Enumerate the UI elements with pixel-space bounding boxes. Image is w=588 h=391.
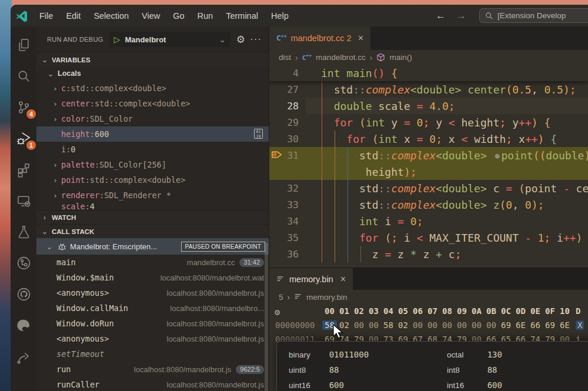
breadcrumb-symbol[interactable]: main()	[389, 53, 412, 62]
menu-go[interactable]: Go	[166, 11, 191, 21]
hex-byte-cell[interactable]: 00	[410, 320, 425, 330]
panel-breadcrumb-file[interactable]: memory.bin	[306, 293, 348, 302]
menu-file[interactable]: File	[33, 11, 59, 21]
extensions-icon[interactable]	[14, 159, 34, 179]
search-icon[interactable]	[14, 66, 34, 86]
hex-byte-cell[interactable]: 58	[381, 320, 396, 330]
line-number-gutter[interactable]: 27	[269, 81, 306, 98]
variable-row[interactable]: scale: 4	[36, 203, 269, 210]
variable-row[interactable]: ›c: std::complex<double>	[36, 81, 269, 96]
line-number-gutter[interactable]: 28	[269, 98, 306, 114]
variable-row[interactable]: ›point: std::complex<double>	[36, 172, 269, 188]
breadcrumb-file[interactable]: mandelbrot.cc	[316, 53, 366, 62]
stack-frame-row[interactable]: setTimeout	[36, 346, 269, 362]
debug-settings-gear-icon[interactable]: ⚙	[236, 34, 245, 46]
hex-byte-cell[interactable]: 00	[352, 320, 366, 330]
hierarchy-icon[interactable]	[14, 253, 34, 273]
variable-row[interactable]: height: 60001 10	[36, 126, 269, 142]
github-icon[interactable]	[14, 284, 34, 304]
code-line[interactable]: height);	[269, 163, 588, 180]
line-number-gutter[interactable]: 31	[269, 147, 306, 163]
hex-byte-cell[interactable]: 6E	[513, 320, 528, 330]
view-binary-icon[interactable]: 01 10	[254, 129, 263, 139]
run-debug-icon[interactable]: 1	[14, 128, 34, 148]
panel-tab-close-icon[interactable]: ×	[340, 274, 346, 285]
stack-frame-row[interactable]: <anonymous>localhost:8080/mandelbrot.js	[36, 331, 269, 346]
code-line[interactable]: 36 z = z * z + c;	[269, 246, 588, 262]
launch-config-select[interactable]: ▷ Mandelbrot ⌄	[109, 32, 230, 47]
line-number-gutter[interactable]: 36	[269, 246, 306, 262]
testing-icon[interactable]	[14, 222, 34, 242]
variable-row[interactable]: i: 0	[36, 142, 269, 157]
stack-frame-row[interactable]: Window.$mainlocalhost:8080/mandelbrot.wa…	[36, 270, 269, 285]
code-line[interactable]: 34 int i = 0;	[269, 213, 588, 229]
nav-forward-icon[interactable]: →	[456, 10, 466, 22]
browser-icon[interactable]	[14, 315, 34, 335]
breadcrumb-folder[interactable]: dist	[279, 53, 291, 62]
hex-byte-cell[interactable]: 69	[499, 320, 513, 330]
watch-section-header[interactable]: ›WATCH	[36, 210, 269, 224]
hex-byte-cell[interactable]: 02	[396, 320, 410, 330]
variable-row[interactable]: ›center: std::complex<double>	[36, 96, 269, 111]
tab-memory-bin[interactable]: memory.bin ×	[269, 268, 353, 290]
code-line[interactable]: 35 for (; i < MAX_ITER_COUNT - 1; i++) {	[269, 229, 588, 246]
code-line[interactable]: 30 for (int x = 0; x < width; x++) {	[269, 131, 588, 147]
line-number-gutter[interactable]: 35	[269, 229, 306, 246]
stack-frame-row[interactable]: runlocalhost:8080/mandelbrot.js9622:5	[36, 362, 269, 377]
current-breakpoint-arrow-icon[interactable]	[271, 150, 282, 160]
remote-targets-icon[interactable]	[14, 191, 34, 210]
variable-row[interactable]: ›palette: SDL_Color[256]	[36, 157, 269, 172]
code-line[interactable]: 33 std::complex<double> z(0, 0);	[269, 196, 588, 213]
menu-view[interactable]: View	[135, 11, 166, 21]
code-line[interactable]: 27 std::complex<double> center(0.5, 0.5)…	[269, 81, 588, 98]
line-number-gutter[interactable]: 4	[269, 65, 306, 81]
stack-frame-row[interactable]: mainmandelbrot.cc31:42	[36, 255, 269, 270]
hex-byte-cell[interactable]: 00	[484, 320, 499, 330]
stack-frame-row[interactable]: Window.callMainlocalhost:8080/mandelbro.…	[36, 300, 269, 316]
line-number-gutter[interactable]: 32	[269, 180, 306, 196]
hex-byte-cell[interactable]: 00	[440, 320, 455, 330]
nav-back-icon[interactable]: ←	[436, 10, 446, 22]
hex-byte-cell[interactable]: 00	[425, 320, 440, 330]
explorer-icon[interactable]	[14, 35, 34, 55]
start-debug-icon[interactable]: ▷	[114, 35, 121, 44]
source-control-icon[interactable]: 4	[14, 97, 34, 117]
sticky-scroll-line[interactable]: 4int main() {	[269, 65, 588, 81]
debug-session-row[interactable]: ⌄ Mandelbrot: Emscripten... PAUSED ON BR…	[36, 238, 269, 255]
variable-row[interactable]: ›color: SDL_Color	[36, 111, 269, 126]
code-line[interactable]: 28 double scale = 4.0;	[269, 98, 588, 114]
line-number-gutter[interactable]: 29	[269, 114, 306, 131]
locals-group[interactable]: ⌄Locals	[36, 66, 269, 81]
tab-close-icon[interactable]: ×	[358, 33, 363, 44]
menu-run[interactable]: Run	[191, 11, 220, 21]
menu-help[interactable]: Help	[265, 11, 295, 21]
hex-byte-cell[interactable]: 00	[455, 320, 469, 330]
hex-byte-cell[interactable]: 69	[543, 320, 557, 330]
line-number-gutter[interactable]: 30	[269, 131, 306, 147]
code-line[interactable]: 29 for (int y = 0; y < height; y++) {	[269, 114, 588, 131]
share-icon[interactable]	[14, 346, 34, 366]
hex-data-row[interactable]: 00000000580200005802000000000000696E6669…	[269, 318, 588, 332]
hex-byte-cell[interactable]: 66	[528, 320, 543, 330]
stack-frame-row[interactable]: Window.doRunlocalhost:8080/mandelbrot.js	[36, 316, 269, 331]
call-stack-section-header[interactable]: ⌄CALL STACK	[36, 224, 269, 238]
hex-byte-cell[interactable]: 00	[469, 320, 484, 330]
panel-breadcrumb-prefix[interactable]: 5	[279, 293, 283, 302]
tab-mandelbrot-cc[interactable]: C++ mandelbrot.cc 2 ×	[269, 26, 370, 50]
sidebar-scrollbar[interactable]	[265, 243, 268, 391]
line-number-gutter[interactable]: 33	[269, 196, 306, 213]
line-number-gutter[interactable]: 34	[269, 213, 306, 229]
menu-edit[interactable]: Edit	[59, 11, 87, 21]
command-search-input[interactable]: [Extension Develop	[479, 8, 588, 23]
menu-terminal[interactable]: Terminal	[219, 11, 265, 21]
code-editor[interactable]: 4int main() {27 std::complex<double> cen…	[269, 65, 588, 268]
more-actions-icon[interactable]: ···	[250, 34, 262, 45]
variable-row[interactable]: ›renderer: SDL_Renderer *	[36, 188, 269, 203]
hex-byte-cell[interactable]: 00	[366, 320, 381, 330]
code-line[interactable]: 32 std::complex<double> c = (point - cen…	[269, 180, 588, 196]
variables-section-header[interactable]: ⌄VARIABLES	[36, 52, 269, 66]
hex-settings-gear-icon[interactable]: ⚙	[275, 307, 280, 318]
stack-frame-row[interactable]: runCallerlocalhost:8080/mandelbrot.js	[36, 377, 269, 391]
line-number-gutter[interactable]	[269, 163, 306, 180]
code-line[interactable]: 31······std::complex<double> ●point((dou…	[269, 147, 588, 163]
